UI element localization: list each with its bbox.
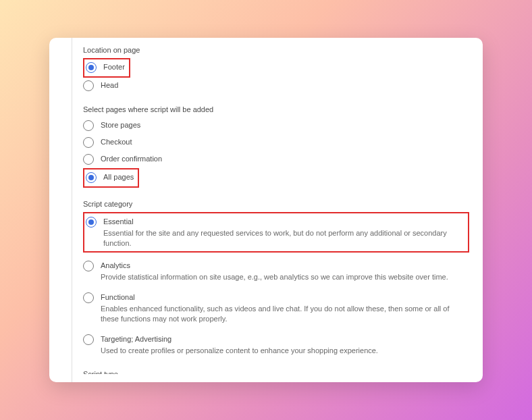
option-analytics[interactable]: Analytics Provide statistical informatio… (83, 258, 469, 284)
section-category: Script category Essential Essential for … (83, 200, 469, 358)
section-title-category: Script category (83, 200, 469, 208)
section-title-location: Location on page (83, 46, 469, 54)
radio-head[interactable] (83, 80, 94, 91)
radio-analytics[interactable] (83, 261, 94, 271)
label-functional: Functional (101, 292, 469, 303)
radio-checkout[interactable] (83, 137, 94, 148)
desc-targeting: Used to create profiles or personalize c… (101, 346, 469, 356)
radio-store-pages[interactable] (83, 120, 94, 131)
radio-footer[interactable] (86, 62, 97, 73)
option-checkout[interactable]: Checkout (83, 134, 469, 150)
desc-essential: Essential for the site and any requested… (103, 228, 465, 248)
section-title-pages: Select pages where script will be added (83, 105, 469, 113)
section-type: Script type URL Script (83, 370, 469, 374)
label-all-pages: All pages (103, 172, 134, 182)
option-functional[interactable]: Functional Enables enhanced functionalit… (83, 290, 469, 326)
section-location: Location on page Footer Head (83, 46, 469, 93)
label-essential: Essential (103, 216, 465, 227)
highlight-footer: Footer (83, 58, 130, 78)
option-order-confirmation[interactable]: Order confirmation (83, 151, 469, 167)
form-content: Location on page Footer Head Select page… (83, 46, 469, 374)
highlight-all-pages: All pages (83, 168, 139, 188)
option-store-pages[interactable]: Store pages (83, 117, 469, 133)
label-footer: Footer (103, 61, 125, 72)
radio-essential[interactable] (86, 217, 97, 228)
option-head[interactable]: Head (83, 78, 469, 93)
radio-all-pages[interactable] (86, 172, 97, 183)
label-head: Head (101, 80, 469, 90)
section-title-type: Script type (83, 370, 469, 374)
label-targeting: Targeting; Advertising (101, 334, 469, 344)
section-pages: Select pages where script will be added … (83, 105, 469, 188)
settings-card: Location on page Footer Head Select page… (49, 38, 483, 382)
radio-targeting[interactable] (83, 334, 94, 345)
option-essential[interactable]: Essential Essential for the site and any… (86, 214, 465, 251)
label-analytics: Analytics (101, 260, 469, 271)
label-checkout: Checkout (101, 136, 469, 147)
option-footer[interactable]: Footer (86, 59, 125, 75)
desc-functional: Enables enhanced functionality, such as … (101, 304, 469, 324)
sidebar-divider (72, 38, 72, 382)
desc-analytics: Provide statistical information on site … (101, 272, 469, 282)
label-order-confirmation: Order confirmation (101, 153, 469, 164)
radio-functional[interactable] (83, 292, 94, 303)
highlight-essential: Essential Essential for the site and any… (83, 212, 469, 253)
radio-order-confirmation[interactable] (83, 154, 94, 165)
label-store-pages: Store pages (101, 120, 469, 130)
option-all-pages[interactable]: All pages (86, 169, 134, 185)
option-targeting[interactable]: Targeting; Advertising Used to create pr… (83, 332, 469, 358)
